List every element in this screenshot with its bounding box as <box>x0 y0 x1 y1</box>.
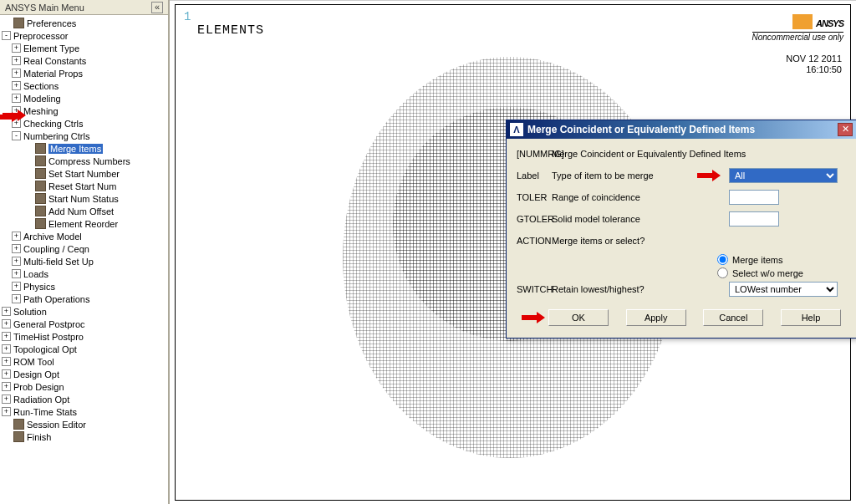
tree-item-reset-start-num[interactable]: Reset Start Num <box>0 180 168 192</box>
tree-item-element-type[interactable]: +Element Type <box>0 42 168 54</box>
tree-item-numbering-ctrls[interactable]: -Numbering Ctrls <box>0 130 168 142</box>
merge-radio[interactable] <box>717 254 728 265</box>
help-button[interactable]: Help <box>781 309 841 326</box>
expand-icon[interactable]: + <box>2 344 11 354</box>
expand-icon[interactable]: + <box>12 94 21 103</box>
tree-item-set-start-number[interactable]: Set Start Number <box>0 167 168 180</box>
expand-icon[interactable]: + <box>12 69 21 78</box>
tree-item-material-props[interactable]: +Material Props <box>0 67 168 79</box>
expand-icon[interactable]: + <box>12 257 21 266</box>
expand-icon[interactable]: + <box>12 244 21 253</box>
gtoler-input[interactable] <box>729 211 779 227</box>
type-select[interactable]: All <box>729 168 838 183</box>
expand-icon[interactable]: + <box>12 282 21 291</box>
expand-icon[interactable]: + <box>2 307 11 316</box>
expand-icon[interactable]: + <box>12 269 21 278</box>
tree-item-archive-model[interactable]: +Archive Model <box>0 230 168 242</box>
tree-item-radiation-opt[interactable]: +Radiation Opt <box>0 393 168 405</box>
tree-item-label: Sections <box>23 81 59 91</box>
collapse-icon[interactable]: « <box>151 2 163 13</box>
item-icon <box>35 218 46 229</box>
select-radio[interactable] <box>717 267 728 278</box>
tree-item-rom-tool[interactable]: +ROM Tool <box>0 355 168 368</box>
tree-item-element-reorder[interactable]: Element Reorder <box>0 217 168 230</box>
tree-item-label: Coupling / Ceqn <box>23 244 89 254</box>
tree-item-loads[interactable]: +Loads <box>0 267 168 280</box>
sidebar-title: ANSYS Main Menu <box>5 3 84 13</box>
radio-merge[interactable]: Merge items <box>717 254 846 265</box>
collapse-icon[interactable]: - <box>12 131 21 140</box>
item-icon <box>35 155 46 166</box>
expand-icon[interactable]: + <box>12 81 21 90</box>
sidebar: ANSYS Main Menu « Preferences-Preprocess… <box>0 0 170 504</box>
tree-item-label: Preferences <box>27 18 76 28</box>
dialog-buttons: OK Apply Cancel Help <box>517 309 846 326</box>
sidebar-header: ANSYS Main Menu « <box>0 0 168 15</box>
toler-row: TOLER Range of coincidence <box>517 189 846 206</box>
cancel-button[interactable]: Cancel <box>703 309 763 326</box>
expand-icon[interactable]: + <box>12 294 21 303</box>
tree-item-session-editor[interactable]: Session Editor <box>0 418 168 430</box>
switch-select[interactable]: LOWest number <box>729 282 838 297</box>
spacer <box>23 206 33 216</box>
tree-item-finish[interactable]: Finish <box>0 430 168 443</box>
ansys-logo: ANSYS Noncommercial use only <box>752 10 844 42</box>
apply-button[interactable]: Apply <box>626 309 686 326</box>
tree-item-compress-numbers[interactable]: Compress Numbers <box>0 155 168 167</box>
expand-icon[interactable]: + <box>2 407 11 416</box>
expand-icon[interactable]: + <box>2 382 11 391</box>
expand-icon[interactable]: + <box>2 357 11 366</box>
tree-item-sections[interactable]: +Sections <box>0 79 168 92</box>
tree-item-real-constants[interactable]: +Real Constants <box>0 54 168 67</box>
tree-item-preferences[interactable]: Preferences <box>0 17 168 29</box>
tree-item-label: TimeHist Postpro <box>13 332 84 342</box>
collapse-icon[interactable]: - <box>2 31 11 40</box>
expand-icon[interactable]: + <box>2 319 11 328</box>
tree-item-label: Checking Ctrls <box>23 119 84 129</box>
tree-item-timehist-postpro[interactable]: +TimeHist Postpro <box>0 330 168 343</box>
svg-marker-3 <box>0 112 20 122</box>
tree-item-design-opt[interactable]: +Design Opt <box>0 368 168 380</box>
tree-item-start-num-status[interactable]: Start Num Status <box>0 192 168 205</box>
expand-icon[interactable]: + <box>12 56 21 65</box>
item-icon <box>35 143 46 154</box>
dialog-titlebar[interactable]: Λ Merge Coincident or Equivalently Defin… <box>507 120 856 139</box>
tree-item-merge-items[interactable]: Merge Items <box>0 142 168 155</box>
tree-item-label: Session Editor <box>27 420 86 430</box>
tree-item-path-operations[interactable]: +Path Operations <box>0 293 168 305</box>
expand-icon[interactable]: + <box>2 332 11 341</box>
spacer <box>23 169 33 178</box>
tree-item-label: Numbering Ctrls <box>23 131 89 141</box>
tree-item-topological-opt[interactable]: +Topological Opt <box>0 343 168 355</box>
tree-item-label: Prob Design <box>13 382 64 392</box>
tree-item-multi-field-set-up[interactable]: +Multi-field Set Up <box>0 255 168 267</box>
tree-item-label: Topological Opt <box>13 344 77 354</box>
tree-item-label: Compress Numbers <box>48 156 130 166</box>
toler-input[interactable] <box>729 190 779 205</box>
dialog-title: Merge Coincident or Equivalently Defined… <box>527 124 838 135</box>
tree-item-label: Set Start Number <box>48 169 120 179</box>
expand-icon[interactable]: + <box>2 369 11 379</box>
expand-icon[interactable]: + <box>12 43 21 53</box>
tree-item-label: Radiation Opt <box>13 395 69 405</box>
expand-icon[interactable]: + <box>12 232 21 241</box>
tree-item-solution[interactable]: +Solution <box>0 305 168 318</box>
item-icon <box>35 206 46 216</box>
tree-item-preprocessor[interactable]: -Preprocessor <box>0 29 168 42</box>
tree-item-coupling-ceqn[interactable]: +Coupling / Ceqn <box>0 242 168 255</box>
tree-item-label: Real Constants <box>23 56 86 66</box>
radio-select[interactable]: Select w/o merge <box>717 267 846 278</box>
tree-item-prob-design[interactable]: +Prob Design <box>0 380 168 393</box>
tree-item-label: Physics <box>23 282 55 292</box>
item-icon <box>13 431 24 442</box>
tree-item-run-time-stats[interactable]: +Run-Time Stats <box>0 405 168 418</box>
tree-item-physics[interactable]: +Physics <box>0 280 168 293</box>
tree-item-add-num-offset[interactable]: Add Num Offset <box>0 205 168 217</box>
tree-item-modeling[interactable]: +Modeling <box>0 92 168 104</box>
close-icon[interactable]: ✕ <box>838 123 853 136</box>
tree-item-general-postproc[interactable]: +General Postproc <box>0 318 168 330</box>
merge-dialog: Λ Merge Coincident or Equivalently Defin… <box>506 120 856 339</box>
item-icon <box>35 168 46 179</box>
ok-button[interactable]: OK <box>548 309 609 326</box>
expand-icon[interactable]: + <box>2 395 11 404</box>
